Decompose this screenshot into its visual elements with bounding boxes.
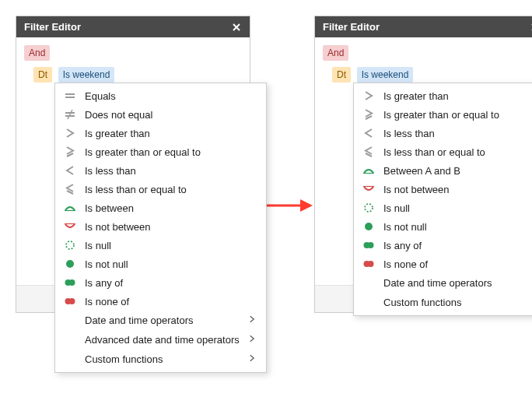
menu-item-custom-functions[interactable]: Custom functions	[354, 293, 532, 312]
menu-item-label: Is greater than or equal to	[85, 146, 257, 158]
chevron-right-icon	[247, 333, 257, 346]
menu-item-custom-functions[interactable]: Custom functions	[55, 350, 266, 369]
not-equal-icon	[63, 108, 77, 121]
menu-item-label: Is less than or equal to	[383, 146, 532, 158]
blank-icon	[362, 277, 376, 290]
menu-item-label: Is null	[383, 202, 532, 214]
menu-item-date-and-time-operators[interactable]: Date and time operators	[55, 311, 266, 330]
menu-item-none-of[interactable]: Is none of	[55, 292, 266, 311]
condition-pill[interactable]: Is weekend	[357, 67, 414, 83]
between-icon	[362, 164, 376, 177]
not-between-icon	[63, 220, 77, 233]
menu-item-label: Custom functions	[85, 353, 240, 365]
less-eq-icon	[63, 183, 77, 195]
greater-icon	[362, 90, 376, 102]
menu-item-between[interactable]: Is between	[55, 198, 266, 217]
group-operator-pill[interactable]: And	[323, 45, 348, 61]
condition-pill[interactable]: Is weekend	[58, 67, 115, 83]
menu-item-none-of[interactable]: Is none of	[354, 255, 532, 273]
menu-item-any-of[interactable]: Is any of	[354, 236, 532, 255]
menu-item-greater-eq[interactable]: Is greater than or equal to	[55, 142, 266, 161]
operator-menu-after[interactable]: Is greater thanIs greater than or equal …	[353, 83, 532, 316]
greater-icon	[63, 127, 77, 139]
not-between-icon	[362, 183, 376, 195]
menu-item-greater[interactable]: Is greater than	[354, 86, 532, 105]
any-of-icon	[63, 276, 77, 289]
blank-icon	[63, 334, 77, 346]
blank-icon	[63, 314, 77, 327]
menu-item-greater[interactable]: Is greater than	[55, 124, 266, 142]
menu-item-label: Custom functions	[383, 297, 522, 308]
group-operator-pill[interactable]: And	[24, 45, 50, 61]
menu-item-label: Is null	[85, 240, 257, 251]
menu-item-not-between[interactable]: Is not between	[55, 217, 266, 236]
menu-item-less-eq[interactable]: Is less than or equal to	[354, 142, 532, 161]
menu-item-date-and-time-operators[interactable]: Date and time operators	[354, 273, 532, 293]
menu-item-label: Is not between	[85, 221, 257, 233]
not-null-icon	[63, 258, 77, 270]
menu-item-greater-eq[interactable]: Is greater than or equal to	[354, 105, 532, 124]
menu-item-label: Is less than	[383, 128, 532, 139]
menu-item-between[interactable]: Between A and B	[354, 161, 532, 180]
menu-item-label: Is less than or equal to	[85, 184, 257, 195]
less-icon	[362, 127, 376, 139]
menu-item-label: Is greater than	[85, 128, 257, 139]
chevron-right-icon	[247, 314, 257, 327]
menu-item-label: Is less than	[85, 165, 257, 177]
menu-item-label: Does not equal	[85, 109, 257, 121]
menu-item-not-null[interactable]: Is not null	[55, 255, 266, 273]
menu-item-equals[interactable]: Equals	[55, 86, 266, 105]
menu-item-any-of[interactable]: Is any of	[55, 273, 266, 292]
menu-item-label: Advanced date and time operators	[85, 334, 240, 346]
any-of-icon	[362, 239, 376, 251]
chevron-right-icon	[247, 353, 257, 366]
menu-item-is-null[interactable]: Is null	[354, 198, 532, 217]
menu-item-less-eq[interactable]: Is less than or equal to	[55, 180, 266, 198]
is-null-icon	[362, 202, 376, 214]
svg-marker-18	[300, 199, 313, 212]
not-null-icon	[362, 220, 376, 233]
menu-item-label: Equals	[85, 90, 257, 102]
panel-header: Filter Editor	[315, 16, 532, 37]
menu-item-label: Is not between	[383, 184, 532, 195]
menu-item-is-null[interactable]: Is null	[55, 236, 266, 255]
greater-eq-icon	[63, 146, 77, 158]
menu-item-label: Is any of	[383, 240, 532, 251]
menu-item-not-null[interactable]: Is not null	[354, 217, 532, 236]
less-eq-icon	[362, 146, 376, 158]
equals-icon	[63, 90, 77, 102]
menu-item-label: Is greater than or equal to	[383, 109, 532, 121]
menu-item-less[interactable]: Is less than	[55, 161, 266, 180]
panel-title: Filter Editor	[24, 21, 81, 33]
menu-item-label: Is any of	[85, 277, 257, 289]
blank-icon	[63, 353, 77, 366]
menu-item-label: Is none of	[85, 296, 257, 307]
menu-item-label: Is none of	[383, 258, 532, 270]
menu-item-label: Is greater than	[383, 90, 532, 102]
menu-item-label: Is not null	[383, 221, 532, 233]
menu-item-label: Is between	[85, 202, 257, 214]
menu-item-advanced-date-and-time-operators[interactable]: Advanced date and time operators	[55, 330, 266, 350]
between-icon	[63, 202, 77, 214]
menu-item-less[interactable]: Is less than	[354, 124, 532, 142]
menu-item-label: Date and time operators	[383, 277, 522, 289]
field-pill[interactable]: Dt	[332, 67, 351, 83]
less-icon	[63, 164, 77, 177]
menu-item-not-between[interactable]: Is not between	[354, 180, 532, 198]
menu-item-label: Is not null	[85, 258, 257, 270]
menu-item-not-equal[interactable]: Does not equal	[55, 105, 266, 124]
is-null-icon	[63, 239, 77, 251]
panel-title: Filter Editor	[323, 21, 380, 33]
close-icon[interactable]	[231, 22, 242, 33]
none-of-icon	[63, 295, 77, 307]
blank-icon	[362, 297, 376, 309]
menu-item-label: Date and time operators	[85, 314, 240, 326]
menu-item-label: Between A and B	[383, 165, 532, 177]
none-of-icon	[362, 258, 376, 270]
operator-menu-before[interactable]: EqualsDoes not equalIs greater thanIs gr…	[54, 83, 267, 373]
panel-header: Filter Editor	[16, 16, 250, 37]
field-pill[interactable]: Dt	[33, 67, 52, 83]
greater-eq-icon	[362, 108, 376, 121]
